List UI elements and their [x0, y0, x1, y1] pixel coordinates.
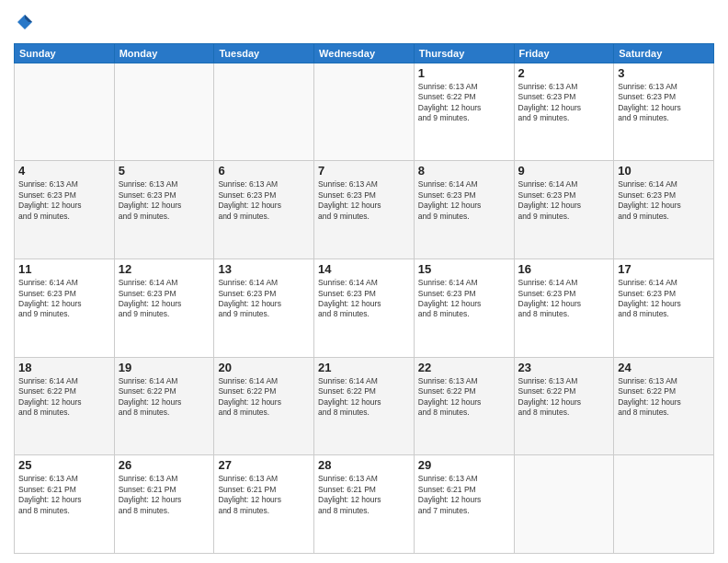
calendar-day: 8Sunrise: 6:14 AMSunset: 6:23 PMDaylight…: [414, 161, 514, 259]
day-detail: Sunrise: 6:14 AMSunset: 6:22 PMDaylight:…: [119, 376, 210, 419]
day-number: 14: [318, 262, 410, 276]
logo-text: [14, 13, 34, 36]
calendar-day: [15, 63, 115, 161]
day-detail: Sunrise: 6:13 AMSunset: 6:21 PMDaylight:…: [119, 474, 210, 516]
calendar-day: 12Sunrise: 6:14 AMSunset: 6:23 PMDayligh…: [114, 259, 214, 358]
day-detail: Sunrise: 6:14 AMSunset: 6:23 PMDaylight:…: [518, 179, 610, 222]
day-detail: Sunrise: 6:13 AMSunset: 6:23 PMDaylight:…: [119, 179, 210, 222]
day-number: 2: [518, 66, 610, 80]
day-detail: Sunrise: 6:14 AMSunset: 6:23 PMDaylight:…: [318, 278, 410, 320]
calendar-day: [114, 63, 214, 161]
calendar-day: 1Sunrise: 6:13 AMSunset: 6:22 PMDaylight…: [414, 63, 514, 161]
day-header-wednesday: Wednesday: [314, 43, 415, 63]
header: [14, 9, 714, 36]
day-number: 28: [318, 458, 410, 472]
calendar-day: 22Sunrise: 6:13 AMSunset: 6:22 PMDayligh…: [414, 357, 514, 455]
calendar-day: 17Sunrise: 6:14 AMSunset: 6:23 PMDayligh…: [614, 259, 714, 358]
day-detail: Sunrise: 6:13 AMSunset: 6:22 PMDaylight:…: [418, 82, 510, 124]
day-number: 21: [318, 361, 410, 374]
day-number: 29: [418, 458, 510, 472]
day-number: 1: [418, 66, 510, 80]
day-detail: Sunrise: 6:14 AMSunset: 6:23 PMDaylight:…: [218, 278, 310, 320]
day-detail: Sunrise: 6:13 AMSunset: 6:23 PMDaylight:…: [618, 82, 710, 124]
day-number: 17: [618, 262, 710, 276]
day-detail: Sunrise: 6:14 AMSunset: 6:23 PMDaylight:…: [18, 278, 110, 320]
day-detail: Sunrise: 6:13 AMSunset: 6:23 PMDaylight:…: [318, 179, 410, 222]
calendar-day: 25Sunrise: 6:13 AMSunset: 6:21 PMDayligh…: [15, 455, 115, 554]
day-number: 7: [318, 164, 410, 178]
day-detail: Sunrise: 6:13 AMSunset: 6:21 PMDaylight:…: [218, 474, 310, 516]
calendar-day: 6Sunrise: 6:13 AMSunset: 6:23 PMDaylight…: [214, 161, 314, 259]
day-header-tuesday: Tuesday: [214, 43, 314, 63]
calendar-day: 3Sunrise: 6:13 AMSunset: 6:23 PMDaylight…: [614, 63, 714, 161]
day-detail: Sunrise: 6:13 AMSunset: 6:23 PMDaylight:…: [518, 82, 610, 124]
day-number: 8: [418, 164, 510, 178]
day-detail: Sunrise: 6:14 AMSunset: 6:23 PMDaylight:…: [119, 278, 210, 320]
calendar-week-1: 1Sunrise: 6:13 AMSunset: 6:22 PMDaylight…: [15, 63, 714, 161]
calendar-day: [314, 63, 415, 161]
calendar-day: 18Sunrise: 6:14 AMSunset: 6:22 PMDayligh…: [15, 357, 115, 455]
day-detail: Sunrise: 6:14 AMSunset: 6:22 PMDaylight:…: [18, 376, 110, 419]
calendar-week-4: 18Sunrise: 6:14 AMSunset: 6:22 PMDayligh…: [15, 357, 714, 455]
day-header-row: SundayMondayTuesdayWednesdayThursdayFrid…: [15, 43, 714, 63]
day-detail: Sunrise: 6:14 AMSunset: 6:23 PMDaylight:…: [618, 278, 710, 320]
calendar-day: [214, 63, 314, 161]
calendar-day: 24Sunrise: 6:13 AMSunset: 6:22 PMDayligh…: [614, 357, 714, 455]
calendar-week-3: 11Sunrise: 6:14 AMSunset: 6:23 PMDayligh…: [15, 259, 714, 358]
calendar-day: 26Sunrise: 6:13 AMSunset: 6:21 PMDayligh…: [114, 455, 214, 554]
calendar-day: 23Sunrise: 6:13 AMSunset: 6:22 PMDayligh…: [514, 357, 614, 455]
day-detail: Sunrise: 6:14 AMSunset: 6:23 PMDaylight:…: [418, 179, 510, 222]
calendar-day: 20Sunrise: 6:14 AMSunset: 6:22 PMDayligh…: [214, 357, 314, 455]
day-detail: Sunrise: 6:14 AMSunset: 6:23 PMDaylight:…: [418, 278, 510, 320]
day-number: 19: [119, 361, 210, 374]
calendar-week-2: 4Sunrise: 6:13 AMSunset: 6:23 PMDaylight…: [15, 161, 714, 259]
day-header-monday: Monday: [114, 43, 214, 63]
calendar-day: 16Sunrise: 6:14 AMSunset: 6:23 PMDayligh…: [514, 259, 614, 358]
day-number: 24: [618, 361, 710, 374]
day-number: 10: [618, 164, 710, 178]
calendar-table: SundayMondayTuesdayWednesdayThursdayFrid…: [14, 43, 714, 554]
day-number: 27: [218, 458, 310, 472]
day-number: 5: [119, 164, 210, 178]
day-header-thursday: Thursday: [414, 43, 514, 63]
day-header-saturday: Saturday: [614, 43, 714, 63]
day-detail: Sunrise: 6:14 AMSunset: 6:23 PMDaylight:…: [518, 278, 610, 320]
calendar-header: SundayMondayTuesdayWednesdayThursdayFrid…: [15, 43, 714, 63]
day-detail: Sunrise: 6:13 AMSunset: 6:21 PMDaylight:…: [318, 474, 410, 516]
day-detail: Sunrise: 6:14 AMSunset: 6:22 PMDaylight:…: [218, 376, 310, 419]
day-detail: Sunrise: 6:14 AMSunset: 6:22 PMDaylight:…: [318, 376, 410, 419]
calendar-day: 28Sunrise: 6:13 AMSunset: 6:21 PMDayligh…: [314, 455, 415, 554]
calendar-day: [514, 455, 614, 554]
day-number: 26: [119, 458, 210, 472]
day-number: 15: [418, 262, 510, 276]
day-detail: Sunrise: 6:13 AMSunset: 6:21 PMDaylight:…: [18, 474, 110, 516]
day-number: 4: [18, 164, 110, 178]
calendar-day: 14Sunrise: 6:14 AMSunset: 6:23 PMDayligh…: [314, 259, 415, 358]
day-number: 11: [18, 262, 110, 276]
day-detail: Sunrise: 6:14 AMSunset: 6:23 PMDaylight:…: [618, 179, 710, 222]
day-number: 16: [518, 262, 610, 276]
day-number: 22: [418, 361, 510, 374]
calendar-day: 2Sunrise: 6:13 AMSunset: 6:23 PMDaylight…: [514, 63, 614, 161]
day-detail: Sunrise: 6:13 AMSunset: 6:21 PMDaylight:…: [418, 474, 510, 516]
calendar-day: 27Sunrise: 6:13 AMSunset: 6:21 PMDayligh…: [214, 455, 314, 554]
calendar-day: 7Sunrise: 6:13 AMSunset: 6:23 PMDaylight…: [314, 161, 415, 259]
calendar-body: 1Sunrise: 6:13 AMSunset: 6:22 PMDaylight…: [15, 63, 714, 553]
logo-icon: [16, 13, 34, 31]
calendar-day: 21Sunrise: 6:14 AMSunset: 6:22 PMDayligh…: [314, 357, 415, 455]
day-number: 3: [618, 66, 710, 80]
page: SundayMondayTuesdayWednesdayThursdayFrid…: [0, 0, 728, 563]
day-header-sunday: Sunday: [15, 43, 115, 63]
calendar-day: 19Sunrise: 6:14 AMSunset: 6:22 PMDayligh…: [114, 357, 214, 455]
day-number: 25: [18, 458, 110, 472]
day-number: 18: [18, 361, 110, 374]
day-header-friday: Friday: [514, 43, 614, 63]
day-number: 13: [218, 262, 310, 276]
calendar-day: 13Sunrise: 6:14 AMSunset: 6:23 PMDayligh…: [214, 259, 314, 358]
calendar-day: 10Sunrise: 6:14 AMSunset: 6:23 PMDayligh…: [614, 161, 714, 259]
calendar-week-5: 25Sunrise: 6:13 AMSunset: 6:21 PMDayligh…: [15, 455, 714, 554]
calendar-day: 9Sunrise: 6:14 AMSunset: 6:23 PMDaylight…: [514, 161, 614, 259]
day-detail: Sunrise: 6:13 AMSunset: 6:22 PMDaylight:…: [618, 376, 710, 419]
calendar-day: 11Sunrise: 6:14 AMSunset: 6:23 PMDayligh…: [15, 259, 115, 358]
calendar-day: [614, 455, 714, 554]
